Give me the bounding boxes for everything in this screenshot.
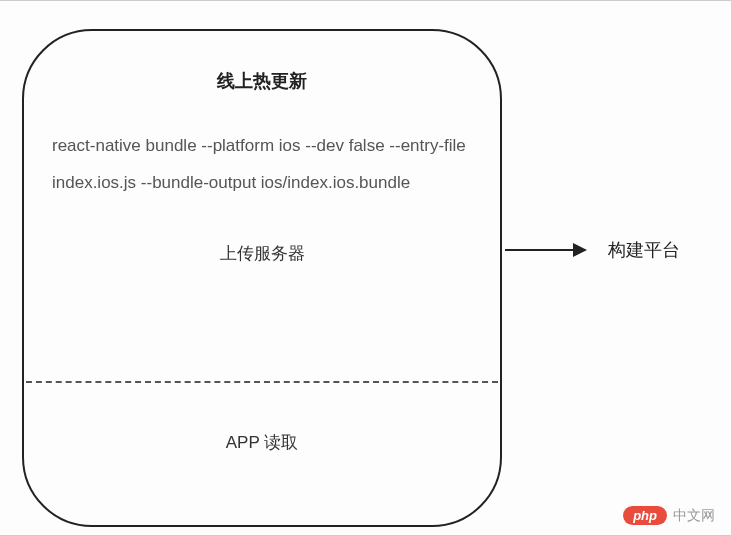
build-platform-label: 构建平台 (608, 238, 680, 262)
command-text: react-native bundle --platform ios --dev… (52, 127, 472, 202)
watermark: php 中文网 (623, 506, 715, 525)
watermark-pill: php (623, 506, 667, 525)
app-read-label: APP 读取 (24, 431, 500, 454)
box-title: 线上热更新 (24, 69, 500, 93)
upload-server-label: 上传服务器 (24, 242, 500, 265)
dashed-divider (26, 381, 498, 383)
arrow-right-icon (505, 249, 585, 251)
diagram-box: 线上热更新 react-native bundle --platform ios… (22, 29, 502, 527)
watermark-text: 中文网 (673, 507, 715, 525)
